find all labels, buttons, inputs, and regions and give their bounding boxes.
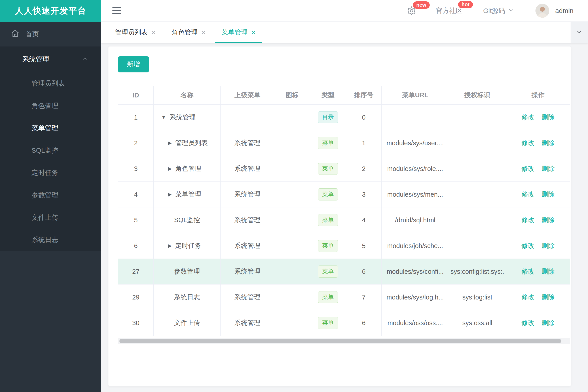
sidebar-item[interactable]: 系统日志	[0, 229, 101, 251]
cell-icon	[274, 310, 310, 336]
delete-link[interactable]: 删除	[542, 242, 555, 249]
sidebar-item[interactable]: 定时任务	[0, 162, 101, 184]
delete-link[interactable]: 删除	[542, 165, 555, 172]
edit-link[interactable]: 修改	[522, 268, 534, 275]
edit-link[interactable]: 修改	[522, 242, 534, 249]
delete-link[interactable]: 删除	[542, 268, 555, 275]
add-button[interactable]: 新增	[118, 56, 149, 72]
cell-type: 菜单	[310, 156, 346, 182]
sidebar-item[interactable]: SQL监控	[0, 139, 101, 162]
close-icon[interactable]: ×	[252, 29, 256, 36]
cell-order: 7	[346, 284, 382, 310]
cell-type: 菜单	[310, 182, 346, 208]
menu-toggle-button[interactable]	[111, 4, 122, 18]
type-badge: 菜单	[318, 291, 338, 303]
delete-link[interactable]: 删除	[542, 139, 555, 146]
type-badge: 目录	[318, 111, 338, 123]
sidebar-item[interactable]: 文件上传	[0, 206, 101, 229]
sidebar-group-header[interactable]: 系统管理	[0, 46, 101, 72]
menu-name: 文件上传	[174, 318, 200, 328]
cell-url: /druid/sql.html	[382, 208, 449, 233]
settings-button[interactable]: new	[407, 6, 416, 16]
sidebar-group-system: 系统管理 管理员列表角色管理菜单管理SQL监控定时任务参数管理文件上传系统日志	[0, 46, 101, 251]
expand-arrow-icon[interactable]: ▼	[161, 114, 166, 120]
expand-arrow-icon[interactable]: ▶	[168, 140, 172, 146]
expand-arrow-icon[interactable]: ▶	[168, 166, 172, 172]
table-row[interactable]: 4 ▶菜单管理 系统管理 菜单 3 modules/sys/men... 修改删…	[118, 182, 570, 208]
git-source-link[interactable]: Git源码	[483, 6, 514, 16]
avatar[interactable]	[535, 4, 549, 18]
community-link[interactable]: 官方社区 hot	[436, 6, 463, 16]
cell-actions: 修改删除	[506, 156, 570, 182]
table-row[interactable]: 29 系统日志 系统管理 菜单 7 modules/sys/log.h... s…	[118, 284, 570, 310]
edit-link[interactable]: 修改	[522, 191, 534, 198]
sidebar-item[interactable]: 管理员列表	[0, 72, 101, 94]
table-row[interactable]: 3 ▶角色管理 系统管理 菜单 2 modules/sys/role.... 修…	[118, 156, 570, 182]
cell-icon	[274, 233, 310, 259]
cell-perms	[449, 233, 506, 259]
table-row[interactable]: 6 ▶定时任务 系统管理 菜单 5 modules/job/sche... 修改…	[118, 233, 570, 259]
sidebar-item[interactable]: 参数管理	[0, 184, 101, 206]
cell-actions: 修改删除	[506, 130, 570, 156]
edit-link[interactable]: 修改	[522, 294, 534, 300]
cell-order: 4	[346, 208, 382, 233]
chevron-up-icon	[82, 55, 88, 64]
cell-perms	[449, 130, 506, 156]
edit-link[interactable]: 修改	[522, 216, 534, 224]
cell-name: ▶管理员列表	[154, 130, 221, 156]
cell-name: 系统日志	[154, 284, 221, 310]
edit-link[interactable]: 修改	[522, 165, 534, 172]
cell-name: ▶角色管理	[154, 156, 221, 182]
sidebar-submenu: 管理员列表角色管理菜单管理SQL监控定时任务参数管理文件上传系统日志	[0, 72, 101, 251]
menu-name: 角色管理	[175, 164, 201, 173]
tab-label: 管理员列表	[115, 28, 148, 37]
sidebar-item[interactable]: 角色管理	[0, 94, 101, 117]
username[interactable]: admin	[555, 7, 573, 14]
table-row[interactable]: 5 SQL监控 系统管理 菜单 4 /druid/sql.html 修改删除	[118, 208, 570, 233]
expand-arrow-icon[interactable]: ▶	[168, 243, 172, 249]
cell-actions: 修改删除	[506, 284, 570, 310]
table-row[interactable]: 27 参数管理 系统管理 菜单 6 modules/sys/confi... s…	[118, 259, 570, 284]
close-icon[interactable]: ×	[202, 29, 206, 36]
cell-type: 菜单	[310, 259, 346, 284]
cell-parent: 系统管理	[221, 259, 274, 284]
edit-link[interactable]: 修改	[522, 114, 534, 121]
edit-link[interactable]: 修改	[522, 319, 534, 326]
home-icon	[11, 29, 20, 39]
table-row[interactable]: 1 ▼系统管理 目录 0 修改删除	[118, 104, 570, 130]
delete-link[interactable]: 删除	[542, 216, 555, 224]
type-badge: 菜单	[318, 317, 338, 329]
cell-id: 1	[118, 104, 154, 130]
delete-link[interactable]: 删除	[542, 114, 555, 121]
delete-link[interactable]: 删除	[542, 319, 555, 326]
cell-type: 菜单	[310, 130, 346, 156]
tab[interactable]: 菜单管理×	[215, 22, 262, 43]
cell-id: 5	[118, 208, 154, 233]
cell-perms: sys:config:list,sys:.	[449, 259, 506, 284]
scrollbar-thumb[interactable]	[119, 339, 561, 343]
delete-link[interactable]: 删除	[542, 191, 555, 198]
column-header: 上级菜单	[221, 86, 274, 104]
cell-icon	[274, 130, 310, 156]
column-header: 名称	[154, 86, 221, 104]
column-header: 图标	[274, 86, 310, 104]
cell-perms: sys:log:list	[449, 284, 506, 310]
tab[interactable]: 角色管理×	[165, 22, 212, 43]
cell-actions: 修改删除	[506, 208, 570, 233]
sidebar-item[interactable]: 菜单管理	[0, 117, 101, 139]
tab[interactable]: 管理员列表×	[109, 22, 162, 43]
tab-bar: 管理员列表×角色管理×菜单管理×	[101, 22, 588, 43]
table-row[interactable]: 30 文件上传 系统管理 菜单 6 modules/oss/oss.... sy…	[118, 310, 570, 336]
cell-id: 30	[118, 310, 154, 336]
table-row[interactable]: 2 ▶管理员列表 系统管理 菜单 1 modules/sys/user.... …	[118, 130, 570, 156]
tabs-collapse-button[interactable]	[570, 22, 588, 43]
column-header: 操作	[506, 86, 570, 104]
cell-icon	[274, 104, 310, 130]
delete-link[interactable]: 删除	[542, 294, 555, 300]
edit-link[interactable]: 修改	[522, 139, 534, 146]
sidebar-item-home[interactable]: 首页	[0, 22, 101, 46]
close-icon[interactable]: ×	[152, 29, 156, 36]
expand-arrow-icon[interactable]: ▶	[168, 192, 172, 197]
horizontal-scrollbar[interactable]	[118, 338, 570, 344]
menu-name: SQL监控	[174, 216, 200, 224]
